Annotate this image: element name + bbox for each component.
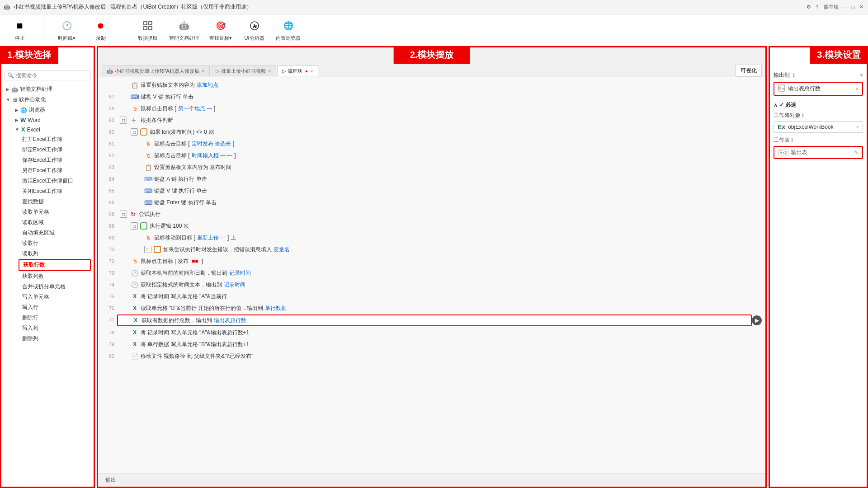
expand-button[interactable]: □ [120,211,127,218]
visible-btn[interactable]: 可视化 [736,65,762,77]
title-bar: 🤖 小红书视频批量上传RPA机器人修改后 - 流程创造者（UiBot Creat… [0,0,868,14]
flow-item-61[interactable]: 🖱 鼠标点击目标 [ 定时发布 当选长 ] [117,139,762,149]
tab-flow1-close[interactable]: ✕ [268,69,271,74]
flow-item-57[interactable]: ⌨ 键盘 V 键 执行行 单击 [117,92,762,102]
settings-icon[interactable]: ⚙ [806,4,812,10]
tree-item-ai-doc[interactable]: ▶ 🤖 智能文档处理 [4,84,91,94]
flow-item-66[interactable]: ⌨ 键盘 Enter 键 执行行 单击 [117,197,762,207]
worksheet-input[interactable]: Exp 输出表 ✎ [774,146,863,159]
flow-row-61: 61 🖱 鼠标点击目标 [ 定时发布 当选长 ] [98,138,765,150]
toolbar-timeline[interactable]: 🕐 时间线▾ [54,19,79,42]
output-info-icon: ℹ [793,72,795,78]
flow-item-76[interactable]: X 读取单元格 "B"&当前行 开始的所在行的值，输出到 单行数据 [117,303,762,313]
flow-item-80[interactable]: 📄 移动文件 视频路径 到 父级文件夹&"\\已经发布" [117,351,762,361]
flow-item-70[interactable]: □ 如果尝试执行时对发生错误，把错误消息填入 变量名 [117,244,762,254]
tree-item-open-excel[interactable]: 打开Excel工作簿 [19,134,91,145]
toolbar-record[interactable]: ⏺ 录制 [88,19,113,42]
tree-item-read-range[interactable]: 读取区域 [19,217,91,228]
worksheet-edit-icon[interactable]: ✎ [854,150,859,156]
flow-item-60c[interactable]: □ 如果 len(发布时间) <> 0 则 [117,127,762,137]
output-tag-close[interactable]: × [856,86,859,92]
workbook-tag-close[interactable]: × [856,124,859,130]
tree-item-read-cell[interactable]: 读取单元格 [19,207,91,217]
tree-item-close-excel[interactable]: 关闭Excel工作簿 [19,186,91,197]
expand-button[interactable]: □ [144,246,151,253]
flow-item-60g[interactable]: □ 根据条件判断 [117,115,762,125]
flow-item-64[interactable]: ⌨ 键盘 A 键 执行行 单击 [117,174,762,184]
tree-item-software[interactable]: ▼ 🖥 软件自动化 [4,94,91,105]
search-box[interactable]: 🔍 [4,70,91,80]
tree-item-read-col[interactable]: 读取列 [19,249,91,259]
worksheet-label-row: 工作表 ℹ [774,136,863,144]
tree-item-write-cell[interactable]: 写入单元格 [19,292,91,302]
tree-item-save-workbook[interactable]: 保存Excel工作簿 [19,155,91,165]
toolbar-ai-doc[interactable]: 🤖 智能文档处理 [169,19,199,42]
flow-item-58[interactable]: 🖱 鼠标点击目标 [ 第一个地点 — ] [117,103,762,113]
flow-item-68l[interactable]: □ 执行逻辑 100 次 [117,221,762,231]
tree-item-read-row[interactable]: 读取行 [19,238,91,249]
output-arrow[interactable]: ▾ [860,72,863,78]
close-button[interactable]: ✕ [858,4,864,10]
toolbar-browser[interactable]: 🌐 内置浏览器 [276,19,301,42]
flow-item-79[interactable]: X 将 单行数据 写入单元格 "B"&输出表总行数+1 [117,339,762,349]
play-button[interactable]: ▶ [752,315,762,325]
tree-item-activate-window[interactable]: 激活Excel工作簿窗口 [19,176,91,186]
minimize-button[interactable]: — [842,4,848,10]
flow-item-74[interactable]: 🕐 获取指定格式的时间文本，输出到 记录时间 [117,280,762,290]
flow-row-66: 66 ⌨ 键盘 Enter 键 执行行 单击 [98,197,765,208]
flow-item-65[interactable]: ⌨ 键盘 V 键 执行行 单击 [117,186,762,196]
flow-item-77[interactable]: X 获取有数据的行总数，输出到 输出表总行数 [117,314,752,326]
workbook-tag-text: objExcelWorkBook [788,124,853,130]
tree-item-word[interactable]: ▶ W Word [11,115,91,125]
timeline-icon: 🕐 [60,19,74,33]
tree-item-auto-fill[interactable]: 自动填充区域 [19,228,91,238]
tree-item-saveas-workbook[interactable]: 另存Excel工作簿 [19,165,91,176]
tab-flow2[interactable]: ▷ 流程块 ● ✕ [277,66,318,76]
toolbar-data-fetch[interactable]: 数据抓取 [135,19,160,42]
flow-item-69[interactable]: 🖱 鼠标移动到目标 [ 重新上传 — ] 上 [117,233,762,243]
flow-item-68g[interactable]: □ ↻ 尝试执行 [117,209,762,219]
maximize-button[interactable]: □ [850,4,856,10]
expand-button[interactable]: □ [120,117,127,124]
flow-row-75: 75 X 将 记录时间 写入单元格 "A"&当前行 [98,291,765,302]
search-input[interactable] [16,72,88,79]
tree-item-browser[interactable]: ▶ 🌐 浏览器 [11,105,91,115]
tree-item-get-row-count[interactable]: 获取行数 [19,259,91,271]
user-label[interactable]: 廖中校 [822,4,840,10]
flow-item-63[interactable]: 📋 设置剪贴板文本内容为 发布时间 [117,162,762,172]
toolbar-find-target[interactable]: 🎯 查找目标▾ [208,19,233,42]
flow-item-78[interactable]: X 将 记录时间 写入单元格 "A"&输出表总行数+1 [117,328,762,338]
flow-item-62[interactable]: 🖱 鼠标点击目标 [ 时间输入框 — — ] [117,150,762,160]
stop-icon: ⏹ [13,19,27,33]
tree-item-write-col[interactable]: 写入列 [19,323,91,333]
tree-item-auto-fill-label: 自动填充区域 [22,229,55,237]
svg-rect-0 [144,22,147,25]
tab-project[interactable]: 🤖 小红书视频批量上传RPA机器人修改后 ✕ [102,66,210,76]
tree-item-get-col-count[interactable]: 获取列数 [19,271,91,282]
browser-icon: 🌐 [281,19,296,33]
row-num-63: 63 [102,164,114,170]
toolbar-ui-analyzer[interactable]: AI UI分析器 [242,19,267,42]
flow-item-75[interactable]: X 将 记录时间 写入单元格 "A"&当前行 [117,291,762,301]
toolbar-stop[interactable]: ⏹ 停止 [7,19,32,42]
tree-item-merge-cell[interactable]: 合并或拆分单元格 [19,282,91,292]
tree-item-delete-row[interactable]: 删除行 [19,313,91,323]
expand-button[interactable]: □ [131,128,138,136]
chevron-icon: ▶ [15,117,19,122]
tab-flow1[interactable]: ▷ 批量上传小红书视频 ✕ [211,66,276,76]
tree-item-find-data[interactable]: 查找数据 [19,197,91,207]
tree-item-write-row[interactable]: 写入行 [19,302,91,313]
flow-item-72[interactable]: 🖱 鼠标点击目标 [ 发布 ■■ ] [117,256,762,266]
tree-item-excel[interactable]: ▼ X Excel [11,125,91,134]
flow-item-56[interactable]: 📋 设置剪贴板文本内容为 添加地点 [117,80,762,90]
tree-item-bind-workbook[interactable]: 绑定Excel工作簿 [19,145,91,155]
expand-button[interactable]: □ [131,222,138,230]
help-icon[interactable]: ? [814,4,820,10]
flow-row-74: 74 🕐 获取指定格式的时间文本，输出到 记录时间 [98,279,765,291]
tab-project-close[interactable]: ✕ [201,69,205,74]
tree-excel-children: 打开Excel工作簿 绑定Excel工作簿 保存Excel工作簿 另存Excel… [11,134,91,344]
tab-flow2-close[interactable]: ✕ [310,69,313,74]
tree-item-delete-col[interactable]: 删除列 [19,333,91,344]
flow-item-73[interactable]: 🕐 获取本机当前的时间和日期，输出到 记录时间 [117,268,762,278]
required-label: ∧ ✓ 必选 [774,101,863,109]
